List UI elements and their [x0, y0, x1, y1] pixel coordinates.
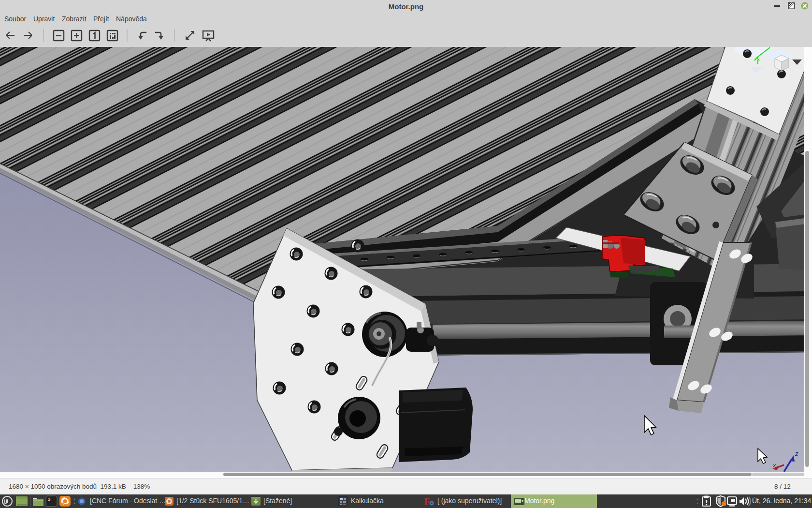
svg-text:z: z [795, 450, 798, 457]
svg-text:F: F [424, 497, 430, 507]
svg-text:x: x [772, 462, 776, 469]
svg-text:$_: $_ [48, 497, 53, 502]
